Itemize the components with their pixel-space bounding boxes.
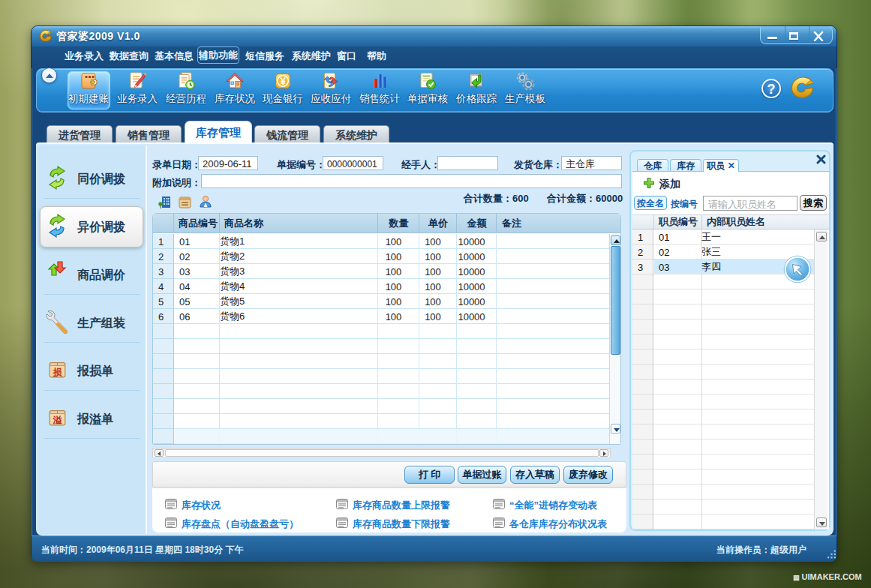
svg-text:损: 损: [53, 367, 62, 377]
svg-text:溢: 溢: [53, 415, 62, 424]
